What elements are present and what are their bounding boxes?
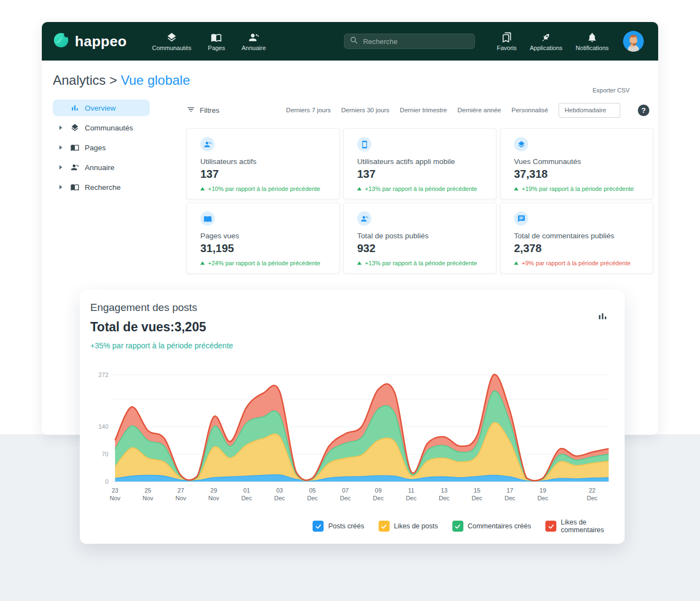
legend-label: Likes de posts — [394, 522, 438, 530]
sidebar-item-pages[interactable]: Pages — [53, 139, 150, 156]
check-icon — [315, 523, 322, 530]
nav-item-label: Favoris — [497, 45, 517, 51]
sidebar-item-annuaire[interactable]: Annuaire — [53, 159, 150, 176]
chevron-right-icon[interactable] — [59, 125, 65, 130]
book-icon — [70, 143, 80, 152]
legend-label: Commentaires créés — [468, 522, 531, 530]
chart-type-icon[interactable] — [597, 311, 608, 324]
user-avatar[interactable] — [623, 31, 644, 52]
navbar-right-group: Favoris Applications — [497, 32, 609, 51]
stat-label: Total de posts publiés — [357, 232, 483, 240]
svg-text:29: 29 — [210, 487, 217, 494]
stat-delta: +19% par rapport à la période précédente — [514, 185, 639, 192]
legend-checkbox[interactable] — [452, 521, 463, 532]
svg-text:Nov: Nov — [143, 495, 154, 501]
legend-checkbox[interactable] — [379, 521, 390, 532]
stat-value: 31,195 — [200, 242, 326, 255]
delta-up-icon — [200, 261, 205, 265]
svg-text:Dec: Dec — [439, 495, 450, 501]
primary-nav: Communautés Pages Annuaire — [152, 32, 266, 51]
nav-item-annuaire[interactable]: Annuaire — [242, 32, 266, 51]
svg-text:0: 0 — [105, 478, 108, 485]
sidebar-item-label: Annuaire — [85, 163, 114, 172]
sidebar-item-recherche[interactable]: Recherche — [53, 179, 150, 195]
stat-label: Utilisateurs actifs — [200, 157, 326, 166]
nav-item-applications[interactable]: Applications — [530, 32, 562, 51]
range-last-30-days[interactable]: Derniers 30 jours — [341, 107, 390, 113]
range-last-quarter[interactable]: Dernier trimestre — [400, 107, 447, 113]
nav-item-label: Annuaire — [242, 45, 266, 51]
stat-value: 137 — [200, 168, 326, 181]
stat-delta: +13% par rapport à la période précédente — [357, 185, 483, 192]
nav-item-label: Communautés — [152, 45, 192, 51]
frequency-select[interactable]: Hebdomadaire — [559, 103, 620, 118]
svg-text:03: 03 — [276, 487, 283, 494]
export-csv-link[interactable]: Exporter CSV — [593, 87, 630, 94]
svg-text:Dec: Dec — [340, 495, 351, 501]
stat-card-mobile-users: Utilisateurs actifs appli mobile 137 +13… — [343, 128, 496, 199]
range-custom[interactable]: Personnalisé — [512, 107, 548, 113]
stat-value: 2,378 — [514, 242, 639, 255]
stat-card-community-views: Vues Communautés 37,318 +19% par rapport… — [500, 128, 653, 199]
frequency-value: Hebdomadaire — [565, 107, 606, 113]
stat-label: Utilisateurs actifs appli mobile — [357, 157, 483, 166]
chevron-right-icon[interactable] — [59, 145, 65, 150]
legend-item-likes-de-posts[interactable]: Likes de posts — [379, 521, 438, 532]
filters-button[interactable]: Filtres — [187, 105, 219, 116]
stat-label: Pages vues — [200, 232, 326, 240]
svg-text:140: 140 — [99, 423, 108, 430]
svg-text:Dec: Dec — [274, 495, 285, 501]
stat-label: Vues Communautés — [514, 157, 639, 166]
legend-item-likes-de-commentaires[interactable]: Likes de commentaires — [545, 518, 610, 534]
nav-item-favoris[interactable]: Favoris — [497, 32, 517, 51]
legend-item-posts-crees[interactable]: Posts créés — [313, 521, 364, 532]
book-icon — [200, 211, 215, 226]
person-icon — [70, 163, 80, 172]
range-last-year[interactable]: Dernière année — [457, 107, 501, 113]
analytics-sidebar: Overview Communautés Pages — [53, 100, 150, 199]
breadcrumb-section[interactable]: Analytics — [53, 73, 106, 88]
stacked-area-chart: 07014027223Nov25Nov27Nov29Nov01Dec03Dec0… — [93, 368, 613, 507]
date-range-group: Derniers 7 jours Derniers 30 jours Derni… — [286, 103, 649, 118]
stat-cards-grid: Utilisateurs actifs 137 +10% par rapport… — [187, 128, 653, 274]
stat-delta-text: +13% par rapport à la période précédente — [365, 185, 477, 192]
svg-text:Dec: Dec — [241, 495, 252, 501]
svg-text:Nov: Nov — [176, 495, 187, 501]
svg-text:15: 15 — [474, 487, 480, 494]
stat-card-active-users: Utilisateurs actifs 137 +10% par rapport… — [187, 128, 340, 199]
users-icon — [200, 137, 215, 151]
svg-text:Dec: Dec — [505, 495, 516, 501]
happeo-logo[interactable]: happeo — [53, 32, 127, 51]
layers-icon — [70, 123, 80, 132]
svg-text:17: 17 — [506, 487, 513, 494]
stat-value: 932 — [357, 242, 483, 255]
range-last-7-days[interactable]: Derniers 7 jours — [286, 107, 331, 113]
sidebar-item-label: Overview — [85, 104, 116, 112]
bell-icon — [587, 32, 598, 43]
legend-item-commentaires-crees[interactable]: Commentaires créés — [452, 521, 531, 532]
stat-card-page-views: Pages vues 31,195 +24% par rapport à la … — [187, 203, 340, 274]
global-search[interactable] — [344, 34, 475, 49]
svg-text:22: 22 — [589, 487, 595, 494]
filter-icon — [187, 105, 195, 116]
legend-checkbox[interactable] — [545, 521, 556, 532]
help-button[interactable]: ? — [638, 105, 649, 116]
nav-item-pages[interactable]: Pages — [208, 32, 225, 51]
nav-item-notifications[interactable]: Notifications — [576, 32, 609, 51]
stat-delta: +24% par rapport à la période précédente — [200, 260, 326, 266]
stat-value: 137 — [357, 168, 483, 181]
chevron-right-icon[interactable] — [59, 185, 65, 189]
rocket-icon — [540, 32, 551, 43]
nav-item-communautes[interactable]: Communautés — [152, 32, 192, 51]
bar-chart-icon — [70, 103, 80, 112]
sidebar-item-overview[interactable]: Overview — [53, 100, 150, 116]
svg-text:01: 01 — [243, 487, 250, 494]
sidebar-item-communautes[interactable]: Communautés — [53, 119, 150, 136]
legend-checkbox[interactable] — [313, 521, 324, 532]
search-input[interactable] — [362, 37, 469, 46]
smartphone-icon — [357, 137, 371, 151]
users-icon — [357, 211, 371, 226]
stat-delta-text: +10% par rapport à la période précédente — [208, 185, 320, 192]
stat-delta-text: +24% par rapport à la période précédente — [208, 260, 320, 266]
chevron-right-icon[interactable] — [59, 165, 65, 170]
